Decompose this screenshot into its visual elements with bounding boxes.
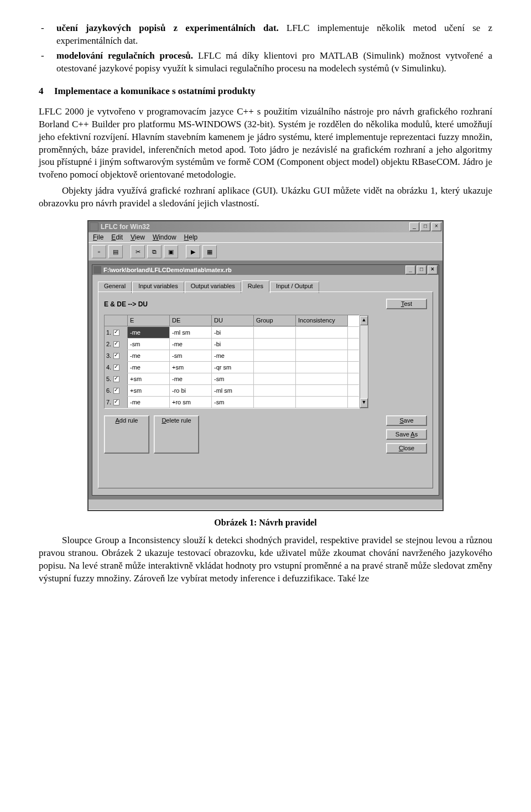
minimize-button[interactable]: _ xyxy=(409,222,419,231)
doc-maximize-button[interactable]: □ xyxy=(417,266,426,274)
table-row[interactable]: 7. -me +ro sm -sm xyxy=(105,397,359,408)
document-window: F:\work\borland\LFLCDemo\matlab\matex.rb… xyxy=(92,264,439,496)
menu-file[interactable]: File xyxy=(93,234,103,241)
bullet-text: modelování regulačních procesů. LFLC má … xyxy=(56,50,492,75)
cell-group[interactable] xyxy=(254,339,296,350)
row-checkbox[interactable] xyxy=(113,399,119,405)
row-checkbox[interactable] xyxy=(113,341,119,347)
cell-de[interactable]: -ml sm xyxy=(170,327,212,338)
maximize-button[interactable]: □ xyxy=(420,222,430,231)
cell-inconsistency[interactable] xyxy=(296,339,348,350)
table-row[interactable]: 1. -me -ml sm -bi xyxy=(105,327,359,339)
cell-group[interactable] xyxy=(254,397,296,408)
rules-grid: E DE DU Group Inconsistency 1. -me -ml xyxy=(104,315,360,409)
tab-panel-rules: E & DE --> DU Test E DE DU Group xyxy=(98,292,433,488)
copy-icon[interactable]: ⧉ xyxy=(147,245,162,258)
close-panel-button[interactable]: Close xyxy=(386,443,427,454)
toolbar: ▫ ▤ ✂ ⧉ ▣ ▶ ▦ xyxy=(88,242,442,261)
cut-icon[interactable]: ✂ xyxy=(131,245,145,258)
row-number: 7. xyxy=(105,397,128,408)
close-button[interactable]: × xyxy=(431,222,441,231)
menu-view[interactable]: View xyxy=(131,234,145,241)
table-row[interactable]: 3. -me -sm -me xyxy=(105,350,359,362)
menu-edit[interactable]: Edit xyxy=(111,234,123,241)
table-row[interactable]: 5. +sm -me -sm xyxy=(105,373,359,385)
bullet-dash: - xyxy=(39,22,56,48)
row-checkbox[interactable] xyxy=(113,376,119,382)
cell-e[interactable]: -me xyxy=(128,362,170,373)
app-icon xyxy=(90,222,98,231)
section-number: 4 xyxy=(39,85,54,98)
cell-de[interactable]: -me xyxy=(170,373,212,384)
row-checkbox[interactable] xyxy=(113,353,119,359)
open-icon[interactable]: ▤ xyxy=(108,245,123,258)
bullet-item: - modelování regulačních procesů. LFLC m… xyxy=(39,50,492,75)
chart-icon[interactable]: ▦ xyxy=(202,245,217,258)
cell-du[interactable]: -me xyxy=(212,350,254,361)
cell-de[interactable]: -me xyxy=(170,339,212,350)
cell-de[interactable]: +sm xyxy=(170,362,212,373)
cell-inconsistency[interactable] xyxy=(296,385,348,396)
cell-group[interactable] xyxy=(254,327,296,338)
cell-inconsistency[interactable] xyxy=(296,327,348,338)
bullet-lead: učení jazykových popisů z experimentální… xyxy=(56,23,279,33)
app-window: LFLC for Win32 _ □ × File Edit View Wind… xyxy=(87,220,444,511)
cell-inconsistency[interactable] xyxy=(296,397,348,408)
cell-group[interactable] xyxy=(254,362,296,373)
menu-window[interactable]: Window xyxy=(153,234,176,241)
cell-du[interactable]: -qr sm xyxy=(212,362,254,373)
tab-rules[interactable]: Rules xyxy=(242,280,269,292)
cell-e[interactable]: -me xyxy=(128,397,170,408)
col-enable xyxy=(105,315,128,326)
col-inconsistency: Inconsistency xyxy=(296,315,348,326)
row-checkbox[interactable] xyxy=(113,388,119,394)
cell-inconsistency[interactable] xyxy=(296,373,348,384)
doc-close-button[interactable]: × xyxy=(428,266,438,274)
cell-du[interactable]: -sm xyxy=(212,397,254,408)
table-row[interactable]: 4. -me +sm -qr sm xyxy=(105,362,359,373)
cell-du[interactable]: -ml sm xyxy=(212,385,254,396)
table-row[interactable]: 6. +sm -ro bi -ml sm xyxy=(105,385,359,397)
scroll-down-icon[interactable]: ▼ xyxy=(360,398,368,408)
menu-help[interactable]: Help xyxy=(184,234,198,241)
cell-e[interactable]: +sm xyxy=(128,373,170,384)
bullet-dash: - xyxy=(39,50,56,75)
scroll-up-icon[interactable]: ▲ xyxy=(360,316,368,325)
cell-inconsistency[interactable] xyxy=(296,362,348,373)
table-row[interactable]: 2. -sm -me -bi xyxy=(105,339,359,350)
cell-de[interactable]: +ro sm xyxy=(170,397,212,408)
new-icon[interactable]: ▫ xyxy=(92,245,106,258)
cell-e[interactable]: +sm xyxy=(128,385,170,396)
paste-icon[interactable]: ▣ xyxy=(164,245,178,258)
row-checkbox[interactable] xyxy=(113,330,119,336)
document-icon xyxy=(93,266,101,274)
save-button[interactable]: Save xyxy=(386,415,427,426)
rule-header: E & DE --> DU Test xyxy=(104,299,427,309)
cell-du[interactable]: -sm xyxy=(212,373,254,384)
cell-de[interactable]: -sm xyxy=(170,350,212,361)
row-checkbox[interactable] xyxy=(113,365,119,371)
cell-inconsistency[interactable] xyxy=(296,350,348,361)
section-heading: 4 Implementace a komunikace s ostatními … xyxy=(39,85,492,98)
cell-e[interactable]: -me xyxy=(128,350,170,361)
delete-rule-button[interactable]: Delete rule xyxy=(154,415,199,454)
cell-du[interactable]: -bi xyxy=(212,327,254,338)
col-group: Group xyxy=(254,315,296,326)
cell-e[interactable]: -sm xyxy=(128,339,170,350)
add-rule-button[interactable]: Add rule xyxy=(104,415,149,454)
cell-group[interactable] xyxy=(254,373,296,384)
cell-de[interactable]: -ro bi xyxy=(170,385,212,396)
bullet-item: - učení jazykových popisů z experimentál… xyxy=(39,22,492,48)
document-window-controls: _ □ × xyxy=(405,266,438,274)
cell-group[interactable] xyxy=(254,385,296,396)
app-title: LFLC for Win32 xyxy=(101,223,409,230)
cell-group[interactable] xyxy=(254,350,296,361)
cell-du[interactable]: -bi xyxy=(212,339,254,350)
doc-minimize-button[interactable]: _ xyxy=(405,266,415,274)
window-controls: _ □ × xyxy=(409,222,441,231)
run-icon[interactable]: ▶ xyxy=(186,245,200,258)
cell-e[interactable]: -me xyxy=(128,327,170,338)
save-as-button[interactable]: Save As xyxy=(386,429,427,440)
grid-scrollbar[interactable]: ▲ ▼ xyxy=(360,315,368,408)
test-button[interactable]: Test xyxy=(386,299,427,309)
